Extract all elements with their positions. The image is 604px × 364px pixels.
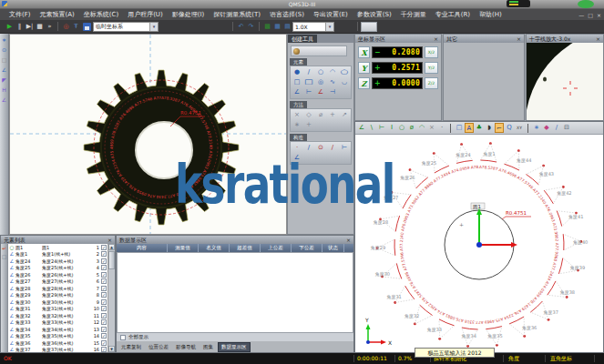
axis-y-button[interactable]: Y — [358, 62, 370, 74]
angle2-icon[interactable]: ∠ — [2, 96, 6, 103]
show-all-checkbox[interactable] — [120, 335, 126, 340]
column-header-4[interactable]: 上公差 — [261, 244, 292, 252]
element-checkbox[interactable]: ✓ — [101, 286, 107, 291]
list-row-6[interactable]: ∠角度28角度28(线+线)7✓ — [8, 285, 107, 292]
arc-tool-icon[interactable]: ◠ — [417, 123, 426, 133]
stop-button[interactable]: ■ — [35, 21, 45, 33]
print-icon[interactable]: ⊟ — [562, 123, 571, 133]
redo-button[interactable]: ↷ — [246, 21, 256, 33]
palette-icon[interactable]: ◆ — [542, 123, 551, 133]
camera-view[interactable]: A78.5287 A76.4696 A77.5746 A77.2140 A76.… — [9, 34, 287, 235]
list-row-0[interactable]: ○圆1圆11✓ — [8, 244, 107, 251]
column-header-0[interactable]: 内容 — [117, 244, 168, 252]
line-icon[interactable]: / — [303, 67, 314, 77]
coordinate-system-combo[interactable]: 临时坐标系▾ — [93, 22, 159, 32]
element-checkbox[interactable]: ✓ — [101, 245, 107, 250]
element-checkbox[interactable]: ✓ — [101, 340, 107, 346]
diameter-tool-icon[interactable]: ø — [407, 123, 416, 133]
axis-x-button[interactable]: X — [358, 46, 370, 58]
list-row-1[interactable]: ∠角度1角度1(线+线)2✓ — [8, 251, 107, 258]
list-row-14[interactable]: ∠角度36角度36(线+线)15✓ — [8, 339, 107, 347]
list-row-4[interactable]: ∠角度26角度26(线+线)5✓ — [8, 271, 107, 278]
menu-item-5[interactable]: 探针测量系统(T) — [209, 9, 265, 21]
settings-icon[interactable]: ∗ — [532, 123, 541, 133]
element-checkbox[interactable]: ✓ — [101, 347, 107, 352]
half-x-button[interactable]: X/2 — [425, 46, 438, 58]
element-checkbox[interactable]: ✓ — [101, 299, 107, 305]
cross-icon[interactable]: + — [327, 110, 338, 120]
list-row-5[interactable]: ∠角度27角度27(线+线)6✓ — [8, 278, 107, 286]
label-tool-icon[interactable]: A — [465, 123, 474, 133]
pick-icon[interactable]: ↗ — [339, 110, 350, 120]
list-row-3[interactable]: ∠角度25角度25(线+线)4✓ — [8, 265, 107, 272]
distance-tool-icon[interactable]: ⊢ — [377, 123, 386, 133]
chevron-down-icon[interactable]: ▾ — [149, 23, 158, 31]
curve-icon[interactable]: ∿ — [327, 77, 338, 87]
half-z-button[interactable]: Z/2 — [425, 77, 438, 89]
add-icon[interactable]: + — [303, 120, 314, 130]
element-checkbox[interactable]: ✓ — [101, 306, 107, 311]
element-checkbox[interactable]: ✓ — [101, 258, 107, 264]
chevron-down-icon[interactable]: ▾ — [325, 23, 333, 31]
scroll-down-icon[interactable]: ▼ — [108, 346, 115, 352]
auto-capture-icon[interactable]: × — [292, 110, 302, 120]
element-checkbox[interactable]: ✓ — [101, 251, 107, 257]
element-list-scrollbar[interactable]: ▲ ▼ — [107, 244, 115, 352]
save-button[interactable] — [83, 23, 91, 31]
create-tools-tab[interactable]: 创建工具 — [288, 35, 353, 43]
image-tool-blue2-icon[interactable]: ▤ — [282, 21, 292, 33]
cad-canvas[interactable]: A78.5287 A76.4696 A77.5746 A77.2140 A76.… — [355, 135, 603, 352]
fill-icon[interactable]: ◗ — [485, 123, 494, 133]
list-row-2[interactable]: ∠角度24角度24(线+线)3✓ — [8, 258, 107, 265]
return-icon[interactable]: ↵ — [2, 246, 6, 251]
image-tool-green-icon[interactable]: ▩ — [262, 21, 272, 33]
refresh-icon[interactable]: ♣ — [475, 123, 484, 133]
height2-icon[interactable]: ⊣ — [327, 87, 338, 97]
column-header-1[interactable]: 测量值 — [168, 244, 199, 252]
undo-button[interactable]: ↶ — [236, 21, 246, 33]
construct-line-icon[interactable]: / — [303, 143, 314, 153]
ellipse-icon[interactable]: ○ — [336, 67, 352, 77]
multi-point-icon[interactable]: ∗ — [292, 120, 302, 130]
list-row-12[interactable]: ∠角度34角度34(线+线)13✓ — [8, 326, 107, 333]
bottom-tab-3[interactable]: 图集 — [200, 343, 216, 351]
height-icon[interactable]: H — [2, 86, 6, 93]
list-row-11[interactable]: ∠角度33角度33(线+线)12✓ — [8, 319, 107, 327]
joystick-button[interactable]: Ŧ — [71, 21, 81, 33]
menu-item-3[interactable]: 用户程序(U) — [123, 9, 168, 21]
construct-circle-icon[interactable]: ⊙ — [315, 143, 326, 153]
column-header-5[interactable]: 下公差 — [292, 244, 322, 252]
list-row-9[interactable]: ∠角度31角度31(线+线)10✓ — [8, 306, 107, 313]
element-checkbox[interactable]: ✓ — [101, 272, 107, 278]
slot-icon[interactable]: □ — [301, 77, 317, 87]
close-icon[interactable]: × — [596, 35, 600, 43]
element-checkbox[interactable]: ✓ — [101, 319, 107, 325]
probe-path-icon[interactable]: ⌐ — [495, 123, 504, 133]
column-header-3[interactable]: 超差值 — [230, 244, 261, 252]
bottom-tab-4[interactable]: 数据显示区 — [218, 342, 251, 352]
construct-point-icon[interactable]: · — [292, 143, 302, 153]
image-tool-blue1-icon[interactable]: ▦ — [272, 21, 282, 33]
list-icon[interactable]: □ — [2, 254, 6, 259]
menu-item-6[interactable]: 语言选择(S) — [265, 9, 309, 21]
scroll-up-icon[interactable]: ▲ — [108, 244, 115, 250]
menu-item-4[interactable]: 影像处理(I) — [168, 9, 210, 21]
lock-icon[interactable]: ⊙ — [2, 46, 6, 53]
height-tool-icon[interactable]: I — [387, 123, 396, 133]
close-icon[interactable]: × — [346, 236, 351, 244]
rect-select-icon[interactable]: □ — [2, 56, 7, 63]
circle-tool-icon[interactable]: ○ — [397, 123, 406, 133]
menu-item-7[interactable]: 导出设置(E) — [309, 9, 353, 21]
menu-item-9[interactable]: 千分测量 — [396, 9, 431, 21]
point-icon[interactable]: ● — [292, 67, 302, 77]
point-tool-icon[interactable]: · — [437, 123, 446, 133]
data-table-body[interactable] — [117, 252, 353, 333]
menu-item-10[interactable]: 专业工具(R) — [431, 9, 475, 21]
element-checkbox[interactable]: ✓ — [101, 278, 107, 284]
star-icon[interactable]: ∗ — [2, 36, 6, 43]
bottom-tab-2[interactable]: 影像导航 — [173, 343, 199, 351]
construct-line2-icon[interactable]: / — [327, 143, 338, 153]
flag-icon[interactable]: ◤ — [2, 76, 6, 83]
menu-item-11[interactable]: 帮助(H) — [475, 9, 507, 21]
cad-view[interactable]: ∠\⊢I○ø◠×·□A♣◗⌐QXY∗◆/⊟ A78.5287 A76.4696 … — [354, 121, 604, 353]
